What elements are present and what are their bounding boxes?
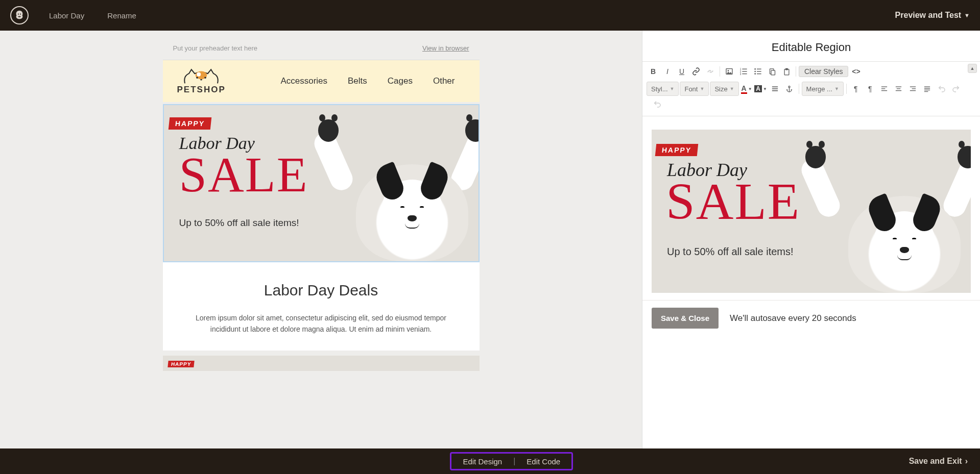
svg-point-17 <box>754 71 756 72</box>
svg-rect-40 <box>924 89 930 90</box>
svg-rect-15 <box>742 73 747 74</box>
size-dropdown[interactable]: Size▼ <box>710 82 738 96</box>
clear-styles-button[interactable]: Clear Styles <box>799 66 848 77</box>
align-left-button[interactable] <box>878 82 891 95</box>
styles-dropdown[interactable]: Styl...▼ <box>647 82 679 96</box>
svg-rect-13 <box>742 69 747 69</box>
svg-rect-27 <box>772 90 778 91</box>
svg-rect-31 <box>881 90 887 91</box>
svg-rect-21 <box>757 73 761 74</box>
editor-content-area[interactable]: HAPPY Labor Day SALE Up to 50% off all s… <box>642 116 980 298</box>
badge-happy: HAPPY <box>655 144 699 156</box>
rich-text-toolbar: ▲ B I U 123 Clear Styles <> Styl...▼ Fon… <box>642 61 980 116</box>
edit-code-link[interactable]: Edit Code <box>527 457 560 466</box>
svg-rect-36 <box>912 88 916 89</box>
text-color-button[interactable]: A▼ <box>740 82 753 95</box>
badge-happy: HAPPY <box>168 117 211 130</box>
pilcrow-ltr-button[interactable]: ¶ <box>849 82 863 95</box>
svg-rect-25 <box>772 86 778 87</box>
svg-rect-19 <box>757 69 761 69</box>
save-and-exit-button[interactable]: Save and Exit › <box>909 457 968 466</box>
align-right-button[interactable] <box>906 82 920 95</box>
bold-button[interactable]: B <box>647 65 660 78</box>
preheader-placeholder[interactable]: Put your preheader text here <box>173 44 258 52</box>
dog-illustration <box>325 129 479 261</box>
panel-title: Editable Region <box>642 31 980 61</box>
email-preview-pane[interactable]: Put your preheader text here View in bro… <box>0 31 642 448</box>
align-center-button[interactable] <box>892 82 905 95</box>
campaign-name[interactable]: Labor Day <box>49 11 84 20</box>
editor-hero-image[interactable]: HAPPY Labor Day SALE Up to 50% off all s… <box>652 130 971 293</box>
align-justify-button[interactable] <box>769 82 782 95</box>
svg-point-18 <box>754 73 756 74</box>
svg-point-28 <box>788 86 790 87</box>
svg-rect-39 <box>924 88 930 88</box>
unordered-list-button[interactable] <box>751 65 764 78</box>
hero-subline: Up to 50% off all sale items! <box>667 246 794 258</box>
deals-text-block[interactable]: Labor Day Deals Lorem ipsum dolor sit am… <box>163 262 480 351</box>
image-button[interactable] <box>723 65 736 78</box>
paste-button[interactable] <box>780 65 793 78</box>
undo-button-2[interactable] <box>651 97 664 111</box>
hero-image-block[interactable]: HAPPY Labor Day SALE Up to 50% off all s… <box>163 104 480 262</box>
unlink-button <box>704 65 717 78</box>
svg-point-2 <box>196 77 198 79</box>
preview-and-test-menu[interactable]: Preview and Test ▼ <box>895 11 970 20</box>
svg-rect-14 <box>742 71 747 71</box>
svg-point-9 <box>728 70 729 71</box>
nav-cages[interactable]: Cages <box>388 76 413 86</box>
nav-accessories[interactable]: Accessories <box>280 76 327 86</box>
ordered-list-button[interactable]: 123 <box>737 65 750 78</box>
editor-panel: Editable Region ▲ B I U 123 Clear Styles… <box>642 31 980 448</box>
svg-rect-26 <box>772 88 778 89</box>
secondary-card[interactable]: HAPPY <box>163 356 480 371</box>
nav-other[interactable]: Other <box>433 76 455 86</box>
link-button[interactable] <box>689 65 703 78</box>
svg-point-4 <box>200 79 202 80</box>
align-full-button[interactable] <box>921 82 934 95</box>
svg-rect-35 <box>910 86 916 87</box>
bottom-bar: Edit Design | Edit Code Save and Exit › <box>0 448 980 474</box>
bg-color-button[interactable]: A▼ <box>754 82 768 95</box>
pilcrow-rtl-button[interactable]: ¶ <box>864 82 877 95</box>
rename-link[interactable]: Rename <box>107 11 136 20</box>
hero-subline: Up to 50% off all sale items! <box>179 217 299 229</box>
hero-sale-text: SALE <box>179 146 308 203</box>
mailchimp-logo[interactable] <box>10 6 29 24</box>
svg-rect-37 <box>910 90 916 91</box>
svg-rect-29 <box>881 86 887 87</box>
collapse-toolbar-button[interactable]: ▲ <box>968 64 977 73</box>
svg-rect-24 <box>785 68 787 70</box>
svg-rect-20 <box>757 71 761 71</box>
source-code-button[interactable]: <> <box>849 65 863 78</box>
preheader-row: Put your preheader text here View in bro… <box>163 37 480 60</box>
svg-rect-34 <box>896 90 901 91</box>
top-bar: Labor Day Rename Preview and Test ▼ <box>0 0 980 31</box>
svg-rect-41 <box>924 91 928 91</box>
email-header-nav: PETSHOP Accessories Belts Cages Other <box>163 60 480 102</box>
divider: | <box>513 457 515 466</box>
redo-button[interactable] <box>949 82 963 95</box>
svg-point-3 <box>204 77 206 79</box>
svg-point-1 <box>197 72 201 77</box>
edit-mode-toggle: Edit Design | Edit Code <box>450 452 573 470</box>
underline-button[interactable]: U <box>675 65 688 78</box>
petshop-logo: PETSHOP <box>177 67 226 95</box>
svg-rect-22 <box>771 70 775 75</box>
autosave-text: We'll autosave every 20 seconds <box>730 313 856 323</box>
font-dropdown[interactable]: Font▼ <box>680 82 709 96</box>
undo-button[interactable] <box>935 82 948 95</box>
svg-point-16 <box>754 68 756 70</box>
view-in-browser-link[interactable]: View in browser <box>422 44 469 52</box>
edit-design-link[interactable]: Edit Design <box>463 457 502 466</box>
save-and-close-button[interactable]: Save & Close <box>652 308 719 329</box>
anchor-button[interactable] <box>783 82 796 95</box>
copy-button[interactable] <box>766 65 779 78</box>
save-row: Save & Close We'll autosave every 20 sec… <box>642 300 980 341</box>
merge-tags-dropdown[interactable]: Merge ...▼ <box>802 82 844 96</box>
svg-text:3: 3 <box>740 73 742 76</box>
italic-button[interactable]: I <box>661 65 674 78</box>
svg-rect-30 <box>881 88 886 89</box>
deals-title: Labor Day Deals <box>183 282 459 299</box>
nav-belts[interactable]: Belts <box>348 76 367 86</box>
